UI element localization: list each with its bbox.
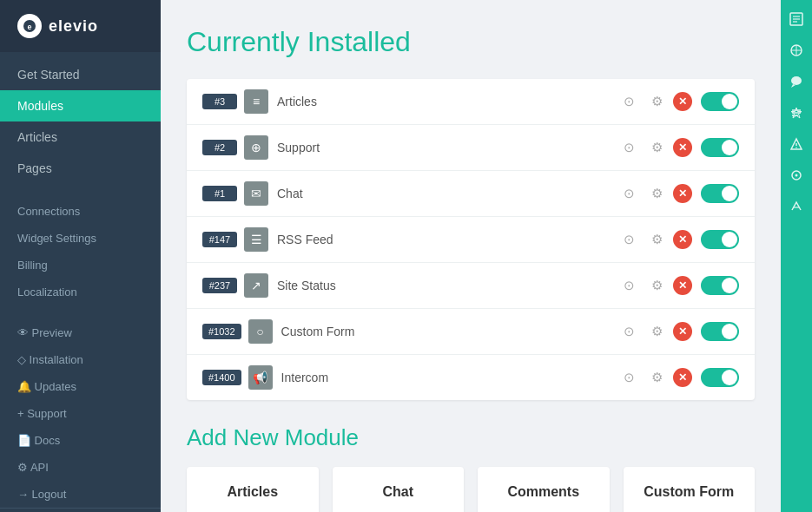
sidebar-tool-installation[interactable]: ◇ Installation: [0, 346, 161, 373]
module-settings-icon[interactable]: ⊙: [617, 320, 640, 343]
module-settings-icon[interactable]: ⊙: [617, 366, 640, 389]
module-settings-icon[interactable]: ⊙: [617, 274, 640, 297]
module-actions: ⊙ ⚙ ✕: [617, 182, 739, 205]
sidebar-tool-docs[interactable]: 📄 Docs: [0, 427, 161, 454]
module-type-icon: ≡: [244, 89, 268, 114]
rss-icon[interactable]: [781, 97, 812, 128]
module-actions: ⊙ ⚙ ✕: [617, 136, 739, 159]
module-gear-icon[interactable]: ⚙: [645, 320, 668, 343]
module-type-icon: 📢: [248, 365, 273, 390]
secondary-nav: ConnectionsWidget SettingsBillingLocaliz…: [0, 198, 161, 305]
module-badge: #1032: [202, 324, 241, 339]
module-gear-icon[interactable]: ⚙: [645, 366, 668, 389]
module-gear-icon[interactable]: ⚙: [645, 228, 668, 251]
module-toggle[interactable]: [701, 184, 739, 203]
module-delete-icon[interactable]: ✕: [673, 184, 692, 203]
svg-point-29: [795, 147, 797, 148]
sidebar-item-billing[interactable]: Billing: [0, 252, 161, 279]
module-row: #3 ≡ Articles ⊙ ⚙ ✕: [187, 79, 755, 125]
sidebar-item-localization[interactable]: Localization: [0, 279, 161, 305]
module-delete-icon[interactable]: ✕: [673, 92, 692, 111]
module-actions: ⊙ ⚙ ✕: [617, 320, 739, 343]
module-name: Chat: [277, 187, 617, 200]
card-title: Chat: [382, 484, 413, 500]
new-module-cards: Articles ? Install Chat ? Install Commen…: [187, 467, 755, 512]
logo-icon: e: [17, 14, 42, 38]
module-actions: ⊙ ⚙ ✕: [617, 228, 739, 251]
sidebar: e elevio Get StartedModulesArticlesPages…: [0, 0, 161, 512]
module-gear-icon[interactable]: ⚙: [645, 274, 668, 297]
sidebar-tool-preview[interactable]: 👁 Preview: [0, 319, 161, 346]
module-toggle[interactable]: [701, 322, 739, 341]
module-row: #237 ↗ Site Status ⊙ ⚙ ✕: [187, 263, 755, 309]
module-actions: ⊙ ⚙ ✕: [617, 366, 739, 389]
module-settings-icon[interactable]: ⊙: [617, 182, 640, 205]
module-settings-icon[interactable]: ⊙: [617, 136, 640, 159]
card-title: Articles: [227, 484, 278, 500]
new-module-card-comments: Comments ? Install: [478, 467, 610, 512]
module-badge: #1400: [202, 370, 241, 385]
module-name: Site Status: [277, 279, 617, 292]
module-name: Articles: [277, 95, 617, 108]
sidebar-tool-updates[interactable]: 🔔 Updates: [0, 373, 161, 400]
module-actions: ⊙ ⚙ ✕: [617, 274, 739, 297]
module-delete-icon[interactable]: ✕: [673, 230, 692, 249]
articles-icon[interactable]: [781, 3, 812, 35]
module-toggle[interactable]: [701, 92, 739, 111]
sidebar-item-widget-settings[interactable]: Widget Settings: [0, 225, 161, 252]
module-toggle[interactable]: [701, 368, 739, 387]
module-toggle[interactable]: [701, 230, 739, 249]
module-settings-icon[interactable]: ⊙: [617, 90, 640, 113]
sidebar-item-modules[interactable]: Modules: [0, 90, 161, 121]
module-name: Support: [277, 141, 617, 154]
intercom-icon[interactable]: [781, 191, 812, 222]
module-toggle[interactable]: [701, 138, 739, 157]
module-row: #1032 ○ Custom Form ⊙ ⚙ ✕: [187, 309, 755, 355]
logo-text: elevio: [49, 17, 98, 36]
module-type-icon: ↗: [244, 273, 268, 298]
module-delete-icon[interactable]: ✕: [673, 368, 692, 387]
module-name: Intercom: [281, 371, 617, 384]
svg-text:e: e: [27, 23, 31, 31]
page-title: Currently Installed: [187, 26, 755, 58]
svg-point-31: [795, 174, 798, 177]
module-type-icon: ☰: [244, 227, 268, 252]
module-type-icon: ✉: [244, 181, 268, 206]
globe-icon[interactable]: [781, 35, 812, 66]
form-icon[interactable]: [781, 160, 812, 191]
module-name: RSS Feed: [277, 233, 617, 246]
module-name: Custom Form: [281, 325, 617, 338]
module-row: #147 ☰ RSS Feed ⊙ ⚙ ✕: [187, 217, 755, 263]
module-badge: #2: [202, 140, 237, 155]
module-type-icon: ○: [248, 319, 273, 344]
sidebar-item-connections[interactable]: Connections: [0, 198, 161, 225]
sidebar-tool-api[interactable]: ⚙ API: [0, 454, 161, 481]
module-gear-icon[interactable]: ⚙: [645, 182, 668, 205]
module-badge: #3: [202, 94, 237, 109]
module-delete-icon[interactable]: ✕: [673, 276, 692, 295]
module-settings-icon[interactable]: ⊙: [617, 228, 640, 251]
right-bar: [781, 0, 812, 512]
sidebar-item-pages[interactable]: Pages: [0, 153, 161, 184]
installed-modules-table: #3 ≡ Articles ⊙ ⚙ ✕ #2 ⊕ Support ⊙ ⚙ ✕ #…: [187, 79, 755, 400]
module-delete-icon[interactable]: ✕: [673, 322, 692, 341]
module-badge: #237: [202, 278, 237, 293]
module-delete-icon[interactable]: ✕: [673, 138, 692, 157]
sidebar-tool-logout[interactable]: → Logout: [0, 481, 161, 508]
module-toggle[interactable]: [701, 276, 739, 295]
module-row: #2 ⊕ Support ⊙ ⚙ ✕: [187, 125, 755, 171]
card-title: Custom Form: [644, 484, 734, 500]
logo: e elevio: [0, 0, 161, 52]
module-gear-icon[interactable]: ⚙: [645, 136, 668, 159]
sidebar-item-articles[interactable]: Articles: [0, 121, 161, 153]
new-module-card-articles: Articles ? Install: [187, 467, 319, 512]
module-gear-icon[interactable]: ⚙: [645, 90, 668, 113]
sidebar-item-get-started[interactable]: Get Started: [0, 59, 161, 90]
status-icon[interactable]: [781, 128, 812, 160]
add-module-title: Add New Module: [187, 424, 755, 451]
chat-icon[interactable]: [781, 66, 812, 97]
sidebar-tool-support[interactable]: + Support: [0, 400, 161, 427]
card-title: Comments: [507, 484, 579, 500]
module-row: #1 ✉ Chat ⊙ ⚙ ✕: [187, 171, 755, 217]
module-row: #1400 📢 Intercom ⊙ ⚙ ✕: [187, 355, 755, 400]
